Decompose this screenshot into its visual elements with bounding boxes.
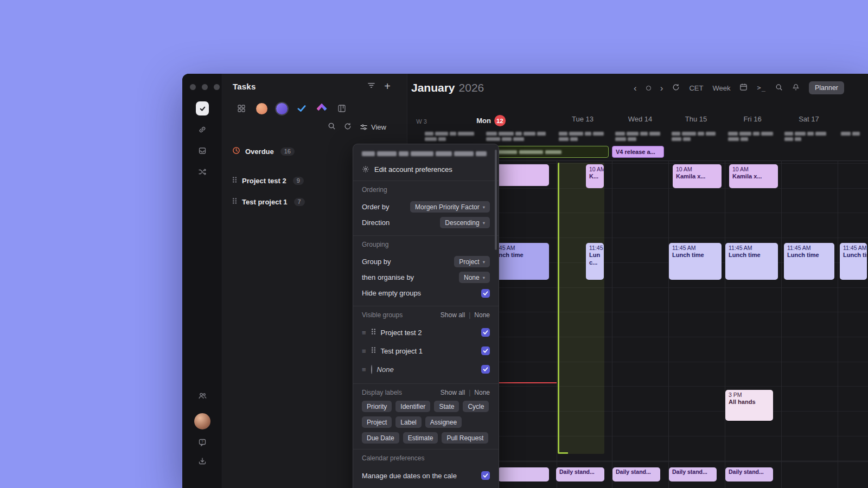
event-title: Lun c... <box>589 252 601 267</box>
organise-by-value: None <box>464 274 480 281</box>
event-lunch-sun[interactable]: 11:45 AMLunch time <box>840 243 867 280</box>
drag-handle-icon[interactable]: ≡ <box>362 329 366 337</box>
event-time: 3 PM <box>729 391 770 399</box>
day-header-fri[interactable]: Fri 16 <box>743 115 761 123</box>
event-time: 10 AM <box>732 166 775 173</box>
none-link[interactable]: None <box>474 389 490 396</box>
display-label-chip[interactable]: State <box>434 401 459 412</box>
show-all-link[interactable]: Show all <box>441 311 465 319</box>
display-label-chip[interactable]: Cycle <box>463 401 489 412</box>
organise-by-label: then organise by <box>362 273 414 281</box>
hide-empty-groups-checkbox[interactable] <box>481 289 490 298</box>
day-header-thu[interactable]: Thu 15 <box>685 115 707 123</box>
event-title: Kamila x... <box>732 173 775 181</box>
divider <box>353 235 499 236</box>
today-button[interactable] <box>646 86 651 91</box>
none-link[interactable]: None <box>474 311 490 319</box>
display-label-chip[interactable]: Project <box>362 416 392 428</box>
event-title: Lunch time <box>787 252 831 259</box>
redacted-text <box>841 132 860 136</box>
refresh-icon[interactable] <box>672 84 680 93</box>
event-time: 11:45 AM <box>843 245 864 252</box>
group-by-select[interactable]: Project▾ <box>454 256 490 267</box>
order-by-select[interactable]: Morgen Priority Factor▾ <box>410 201 490 213</box>
divider <box>353 449 499 450</box>
display-label-chip[interactable]: Assignee <box>425 416 462 428</box>
event-standup-fri[interactable]: Daily stand... <box>725 467 773 481</box>
event-kamila-thu[interactable]: 10 AMKamila x... <box>673 164 722 188</box>
display-label-chip[interactable]: Estimate <box>403 432 438 444</box>
event-lunch-fri[interactable]: 11:45 AMLunch time <box>725 243 778 280</box>
calendar-year: 2026 <box>459 81 484 94</box>
event-lunch-thu[interactable]: 11:45 AMLunch time <box>669 243 722 280</box>
event-standup-wed[interactable]: Daily stand... <box>612 467 660 481</box>
calendar-view-icon[interactable] <box>739 83 748 93</box>
chevron-down-icon: ▾ <box>483 275 485 280</box>
organise-by-select[interactable]: None▾ <box>459 272 490 283</box>
day-header-sat[interactable]: Sat 17 <box>799 115 819 123</box>
drag-handle-icon[interactable]: ≡ <box>362 365 366 374</box>
visible-group-row[interactable]: ≡Test project 1 <box>362 342 490 360</box>
command-bar-icon[interactable]: >_ <box>757 84 765 92</box>
event-title: K... <box>589 173 601 181</box>
display-label-chip[interactable]: Pull Request <box>442 432 488 444</box>
visible-group-checkbox[interactable] <box>481 328 490 337</box>
timezone-button[interactable]: CET <box>689 84 703 92</box>
grid-day-line <box>557 160 557 488</box>
display-label-chip[interactable]: Label <box>395 416 421 428</box>
show-all-link[interactable]: Show all <box>441 389 465 396</box>
event-standup-thu[interactable]: Daily stand... <box>669 467 717 481</box>
planner-button[interactable]: Planner <box>809 81 844 94</box>
event-allhands-fri[interactable]: 3 PMAll hands <box>725 390 773 421</box>
event-kamila-tue[interactable]: 10 AMK... <box>586 164 604 188</box>
display-label-chip[interactable]: Priority <box>362 401 392 412</box>
event-lunch-tue[interactable]: 11:45Lun c... <box>586 243 604 280</box>
display-label-chip[interactable]: Due Date <box>362 432 399 444</box>
event-lunch-sat[interactable]: 11:45 AMLunch time <box>784 243 834 280</box>
redacted-text <box>559 132 604 136</box>
direction-select[interactable]: Descending▾ <box>440 217 490 228</box>
order-by-value: Morgen Priority Factor <box>415 203 480 211</box>
display-label-chips: PriorityIdentifierStateCycleProjectLabel… <box>362 401 490 444</box>
section-grouping: Grouping <box>362 241 490 248</box>
visible-group-row[interactable]: ≡Project test 2 <box>362 323 490 342</box>
release-event[interactable]: V4 release a... <box>612 146 664 158</box>
next-week-button[interactable]: › <box>660 84 663 93</box>
day-header-wed[interactable]: Wed 14 <box>628 115 653 123</box>
view-options-menu: Edit account preferences Ordering Order … <box>353 144 499 488</box>
drag-handle-icon[interactable]: ≡ <box>362 347 366 355</box>
view-mode-button[interactable]: Week <box>712 84 730 92</box>
visible-group-checkbox[interactable] <box>481 346 490 355</box>
event-standup-mon[interactable] <box>498 467 549 481</box>
visible-group-row[interactable]: ≡None <box>362 360 490 378</box>
visible-group-checkbox[interactable] <box>481 365 490 374</box>
manage-due-dates-row: Manage due dates on the cale <box>362 467 490 484</box>
event-time: 10 AM <box>589 166 601 173</box>
notifications-bell-icon[interactable] <box>792 84 800 93</box>
redacted-text <box>784 132 826 136</box>
calendar-toolbar: January2026 ‹ › CET Week >_ Planner <box>407 74 868 102</box>
prev-week-button[interactable]: ‹ <box>634 84 637 93</box>
dropdown-scrollbar[interactable] <box>495 150 497 250</box>
grid-day-line <box>838 160 838 488</box>
focus-block-event[interactable] <box>558 163 604 454</box>
redacted-text <box>486 132 546 136</box>
grid-dots-icon <box>371 346 376 355</box>
event-title: Lunch time <box>492 252 546 259</box>
event-kamila-fri[interactable]: 10 AMKamila x... <box>729 164 778 188</box>
day-header-mon[interactable]: Mon12 <box>476 115 506 126</box>
edit-account-preferences[interactable]: Edit account preferences <box>362 163 490 176</box>
day-header-tue[interactable]: Tue 13 <box>572 115 593 123</box>
direction-value: Descending <box>445 219 479 227</box>
event-standup-tue[interactable]: Daily stand... <box>556 467 604 481</box>
group-by-row: Group by Project▾ <box>362 254 490 269</box>
event-time: 11:45 AM <box>672 245 718 252</box>
section-ordering: Ordering <box>362 186 490 194</box>
display-label-chip[interactable]: Identifier <box>395 401 430 412</box>
search-icon[interactable] <box>775 84 783 93</box>
event-title: Daily stand... <box>616 468 657 476</box>
organise-by-row: then organise by None▾ <box>362 269 490 285</box>
redacted-text <box>728 132 773 136</box>
event-title: Daily stand... <box>672 468 713 476</box>
manage-due-dates-checkbox[interactable] <box>481 471 490 480</box>
